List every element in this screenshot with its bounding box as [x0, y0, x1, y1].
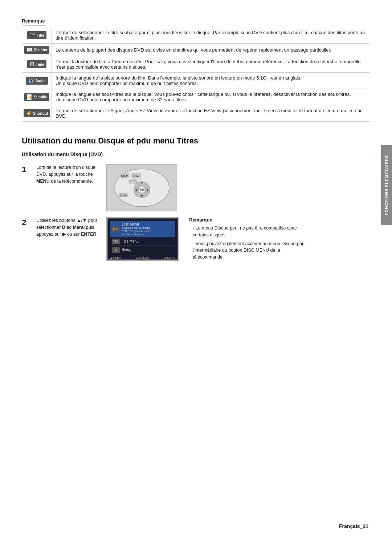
table-row: 🎬 Title Permet de sélectionner le titre …	[22, 27, 370, 44]
time-symbol-icon: ⏱	[29, 61, 34, 67]
disc-menu-label: Disc Menu	[122, 222, 151, 226]
screen-row-setup: ⚙ Setup	[110, 246, 175, 254]
step-1-block: 1 Lors de la lecture d'un disque DVD, ap…	[22, 164, 370, 211]
note-box: Remarque Le menu Disque peut ne pas être…	[189, 217, 309, 263]
screen-display: DM Disc Menu Appuyez sur la toucheENTREE…	[107, 218, 178, 260]
svg-text:►: ►	[146, 188, 150, 192]
svg-text:▼: ▼	[140, 194, 143, 198]
table-row: 📖 Chapter Le contenu de la plupart des d…	[22, 44, 370, 56]
title-description: Permet de sélectionner le titre souhaité…	[52, 27, 370, 44]
subtitle-badge-label: Subtitle	[34, 95, 47, 99]
note-item-1: Le menu Disque peut ne pas être compatib…	[189, 225, 309, 239]
chapter-symbol-icon: 📖	[26, 47, 33, 53]
shortcut-description: Permet de sélectionner le Signet, Angle …	[52, 105, 370, 122]
section-title: Utilisation du menu Disque et pdu menu T…	[22, 136, 370, 146]
time-badge-label: Time	[36, 62, 44, 66]
page-number: Français_21	[339, 523, 368, 529]
svg-text:▲: ▲	[140, 180, 143, 184]
page-content: Remarque 🎬 Title Permet de sélectionner …	[22, 0, 370, 263]
subsection-title: Utilisation du menu Disque (DVD)	[22, 151, 370, 159]
title-menu-icon: TM	[112, 239, 120, 244]
audio-icon-badge: 🔊 Audio	[26, 77, 48, 85]
title-symbol-icon: 🎬	[29, 32, 36, 38]
note-item-2: Vous pouvez également accéder au menu Di…	[189, 240, 309, 261]
chapter-icon-badge: 📖 Chapter	[24, 46, 50, 54]
time-description: Permet la lecture du film à l'heure dési…	[52, 56, 370, 73]
chapter-badge-label: Chapter	[34, 48, 48, 52]
nav-menu: ● Menu	[164, 256, 175, 260]
setup-label: Setup	[122, 248, 131, 252]
note-title: Remarque	[189, 217, 309, 223]
subtitle-symbol-icon: 📝	[26, 94, 33, 100]
nav-return: ● Return	[136, 256, 149, 260]
feature-table: 🎬 Title Permet de sélectionner le titre …	[22, 27, 370, 122]
icon-cell-audio: 🔊 Audio	[22, 73, 52, 89]
shortcut-icon-badge: ⚡ Shortcut	[24, 109, 50, 117]
audio-badge-label: Audio	[35, 79, 45, 83]
table-row: 🔊 Audio Indique la langue de la piste so…	[22, 73, 370, 89]
disc-menu-desc: Appuyez sur la toucheENTREE pour accéder…	[122, 226, 151, 236]
audio-symbol-icon: 🔊	[28, 78, 34, 84]
table-row: 📝 Subtitle Indique la langue des sous-ti…	[22, 89, 370, 105]
step-2-number: 2	[22, 218, 32, 227]
title-menu-label: Title Menu	[122, 239, 139, 243]
svg-text:OK: OK	[140, 188, 144, 192]
setup-icon: ⚙	[112, 247, 120, 253]
subtitle-icon-badge: 📝 Subtitle	[24, 93, 49, 101]
step-2-text: Utilisez les boutons ▲/▼ pour sélectionn…	[36, 217, 100, 237]
screen-row-discmenu: DM Disc Menu Appuyez sur la toucheENTREE…	[110, 221, 175, 237]
shortcut-badge-label: Shortcut	[33, 111, 48, 115]
disc-menu-icon: DM	[112, 226, 120, 232]
svg-text:AUDIO: AUDIO	[120, 194, 127, 196]
shortcut-symbol-icon: ⚡	[26, 110, 32, 116]
remarque-heading: Remarque	[22, 18, 45, 25]
icon-cell-shortcut: ⚡ Shortcut	[22, 105, 52, 122]
table-row: ⚡ Shortcut Permet de sélectionner le Sig…	[22, 105, 370, 122]
svg-text:MENU: MENU	[130, 181, 136, 183]
icon-cell-title: 🎬 Title	[22, 27, 52, 44]
step-2-block: 2 Utilisez les boutons ▲/▼ pour sélectio…	[22, 217, 370, 263]
subtitle-description: Indique la langue des sous-titres sur le…	[52, 89, 370, 105]
screen-row-titlemenu: TM Title Menu	[110, 237, 175, 246]
title-icon-badge: 🎬 Title	[27, 31, 46, 39]
svg-text:PLAY: PLAY	[133, 175, 139, 177]
icon-cell-time: ⏱ Time	[22, 56, 52, 73]
screen-nav: ● Enter ● Return ● Menu	[110, 256, 175, 260]
nav-enter: ● Enter	[110, 256, 121, 260]
svg-text:◄: ◄	[134, 188, 137, 192]
icon-cell-subtitle: 📝 Subtitle	[22, 89, 52, 105]
table-row: ⏱ Time Permet la lecture du film à l'heu…	[22, 56, 370, 73]
chapter-description: Le contenu de la plupart des disques DVD…	[52, 44, 370, 56]
time-icon-badge: ⏱ Time	[27, 60, 46, 68]
title-badge-label: Title	[37, 33, 44, 37]
step-1-number: 1	[22, 165, 32, 174]
audio-description: Indique la langue de la piste sonore du …	[52, 73, 370, 89]
step-1-image: STOP PLAY OK ▲ ▼ ◄ ► MENU AUDIO	[106, 164, 177, 211]
step-2-image: DM Disc Menu Appuyez sur la toucheENTREE…	[106, 217, 179, 261]
svg-text:STOP: STOP	[121, 175, 128, 177]
side-tab: FONCTIONS ELEMETAIRES	[381, 145, 392, 225]
step-1-text: Lors de la lecture d'un disque DVD, appu…	[36, 164, 100, 184]
icon-cell-chapter: 📖 Chapter	[22, 44, 52, 56]
